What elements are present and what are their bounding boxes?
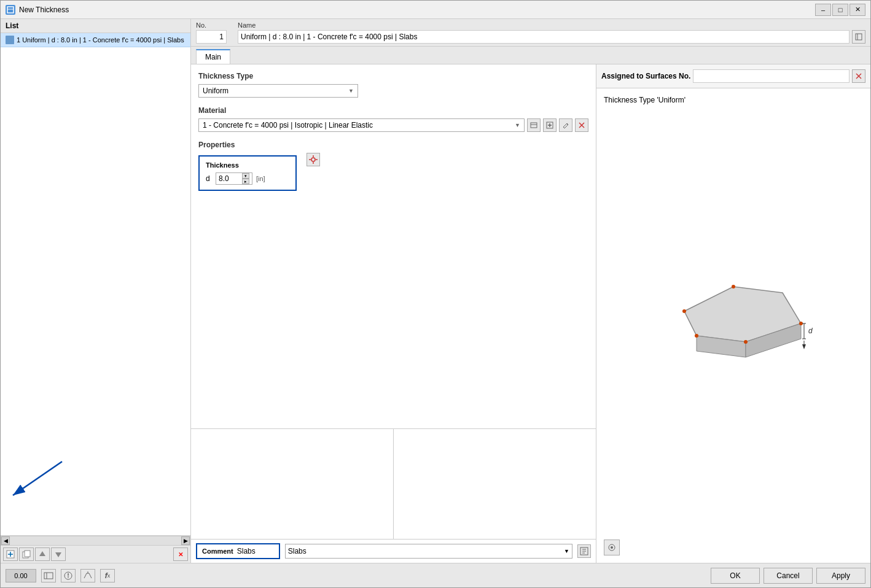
comment-dropdown-arrow: ▼ <box>564 548 569 554</box>
comment-section: Comment Slabs ▼ <box>191 539 596 563</box>
left-panel: List 1 Uniform | d : 8.0 in | 1 - Concre… <box>1 19 191 563</box>
name-input[interactable] <box>238 30 850 44</box>
list-item-text: 1 Uniform | d : 8.0 in | 1 - Concrete f'… <box>17 36 184 44</box>
cancel-button[interactable]: Cancel <box>764 568 813 584</box>
bottom-left-panel <box>191 429 394 539</box>
list-item[interactable]: 1 Uniform | d : 8.0 in | 1 - Concrete f'… <box>1 33 190 47</box>
svg-rect-11 <box>856 34 862 40</box>
maximize-button[interactable]: □ <box>832 4 848 16</box>
apply-button[interactable]: Apply <box>816 568 865 584</box>
horizontal-scrollbar[interactable]: ◀ ▶ <box>1 536 190 546</box>
svg-text:d: d <box>808 327 813 335</box>
name-field: Name <box>238 21 865 44</box>
scroll-left-button[interactable]: ◀ <box>1 536 10 545</box>
svg-point-21 <box>311 158 315 161</box>
no-name-row: No. Name <box>191 19 870 47</box>
tab-main[interactable]: Main <box>196 49 230 64</box>
list-header: List <box>1 19 190 33</box>
thickness-type-dropdown[interactable]: Uniform ▼ <box>198 84 358 98</box>
minimize-button[interactable]: – <box>815 4 831 16</box>
material-dropdown-arrow: ▼ <box>515 122 520 128</box>
list-area: 1 Uniform | d : 8.0 in | 1 - Concrete f'… <box>1 33 190 284</box>
footer-right: OK Cancel Apply <box>711 568 865 584</box>
comment-label: Comment <box>202 547 233 555</box>
material-delete-button[interactable] <box>575 118 588 132</box>
thickness-settings-button[interactable] <box>307 153 320 166</box>
comment-value: Slabs <box>288 547 564 555</box>
form-area: Thickness Type Uniform ▼ M <box>191 64 596 428</box>
footer-function-button[interactable]: fx <box>100 569 115 582</box>
thickness-input-row: d 8.0 ▾ ▸ <box>206 172 289 185</box>
close-button[interactable]: ✕ <box>850 4 865 16</box>
material-add-button[interactable] <box>543 118 557 132</box>
svg-rect-0 <box>7 7 14 13</box>
assigned-row: Assigned to Surfaces No. <box>601 69 865 83</box>
preview-title: Thickness Type 'Uniform' <box>604 96 863 104</box>
svg-rect-48 <box>44 573 53 579</box>
copy-button[interactable] <box>19 547 34 561</box>
blue-arrow-annotation <box>7 458 68 501</box>
svg-rect-13 <box>531 123 537 128</box>
thickness-spinners: ▾ ▸ <box>242 173 249 184</box>
name-input-row <box>238 30 865 44</box>
comment-dropdown[interactable]: Slabs ▼ <box>285 544 572 559</box>
thickness-unit: [in] <box>256 175 265 182</box>
thickness-type-arrow: ▼ <box>348 88 354 94</box>
thickness-box: Thickness d 8.0 ▾ ▸ <box>198 155 297 191</box>
tabs-row: Main <box>191 47 870 64</box>
svg-point-52 <box>68 576 69 578</box>
no-input[interactable] <box>196 30 227 44</box>
svg-point-35 <box>682 309 686 313</box>
footer-left: 0.00 fx <box>6 569 115 582</box>
thickness-spin-up[interactable]: ▸ <box>242 179 249 184</box>
title-bar: New Thickness – □ ✕ <box>1 1 870 19</box>
move-up-button[interactable] <box>35 547 50 561</box>
svg-marker-9 <box>39 551 45 556</box>
properties-section: Properties Thickness d 8.0 <box>198 141 588 191</box>
list-toolbar: ✕ <box>1 546 190 563</box>
scroll-right-button[interactable]: ▶ <box>181 536 190 545</box>
comment-input[interactable] <box>237 547 274 555</box>
footer-icon-btn-2[interactable] <box>61 569 76 582</box>
material-edit-button[interactable] <box>559 118 572 132</box>
footer-icon-btn-1[interactable] <box>41 569 56 582</box>
no-label: No. <box>196 21 233 29</box>
preview-settings-button[interactable] <box>604 540 620 555</box>
thickness-value-display: 8.0 ▾ ▸ <box>216 172 252 185</box>
thickness-type-label: Thickness Type <box>198 72 588 80</box>
delete-button[interactable]: ✕ <box>173 547 188 561</box>
title-bar-left: New Thickness <box>6 5 69 15</box>
bottom-split-panels <box>191 428 596 539</box>
window-controls: – □ ✕ <box>815 4 865 16</box>
preview-3d-area: d <box>604 109 863 537</box>
assigned-clear-button[interactable] <box>852 69 865 83</box>
no-field: No. <box>196 21 233 44</box>
properties-label: Properties <box>198 141 588 149</box>
list-bottom-toolbar: ◀ ▶ <box>1 535 190 563</box>
ok-button[interactable]: OK <box>711 568 760 584</box>
svg-point-38 <box>695 334 698 338</box>
svg-marker-10 <box>55 552 61 557</box>
thickness-type-dropdown-row: Uniform ▼ <box>198 84 588 98</box>
footer-icon-btn-3[interactable] <box>80 569 95 582</box>
material-browse-button[interactable] <box>527 118 541 132</box>
material-dropdown[interactable]: 1 - Concrete f'c = 4000 psi | Isotropic … <box>198 118 525 132</box>
assigned-input[interactable] <box>693 69 850 83</box>
material-row: 1 - Concrete f'c = 4000 psi | Isotropic … <box>198 118 588 132</box>
new-button[interactable] <box>3 547 18 561</box>
thickness-spin-down[interactable]: ▾ <box>242 173 249 179</box>
bottom-right-panel <box>394 429 596 539</box>
assigned-section: Assigned to Surfaces No. <box>596 64 870 88</box>
name-label: Name <box>238 21 865 29</box>
svg-marker-45 <box>802 344 806 349</box>
comment-action-button[interactable] <box>577 544 591 558</box>
edit-name-button[interactable] <box>852 30 865 44</box>
status-display: 0.00 <box>6 569 36 582</box>
thickness-title: Thickness <box>206 161 289 169</box>
svg-point-39 <box>744 340 748 344</box>
d-label: d <box>206 174 212 183</box>
move-down-button[interactable] <box>51 547 66 561</box>
thickness-type-value: Uniform <box>203 87 228 95</box>
material-group: Material 1 - Concrete f'c = 4000 psi | I… <box>198 106 588 132</box>
svg-point-47 <box>611 546 613 549</box>
